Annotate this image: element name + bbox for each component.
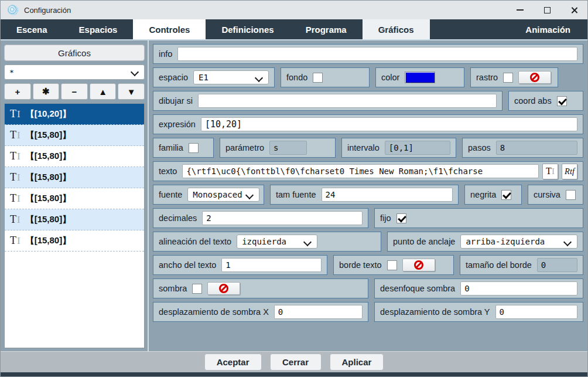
desenfoque-label: desenfoque sombra — [380, 284, 455, 293]
coord-abs-label: coord abs — [514, 96, 552, 106]
graphics-filter-select[interactable]: * — [4, 64, 145, 80]
fuente-select[interactable]: Monospaced — [187, 188, 259, 202]
graphic-item[interactable]: TI 【[15,80]】 — [5, 125, 144, 146]
color-group: color — [375, 67, 464, 87]
decimales-label: decimales — [159, 213, 197, 223]
move-up-button[interactable]: ▲ — [90, 83, 117, 100]
graphics-list: TI 【[10,20]】 TI 【[15,80]】 TI 【[15,80]】 T… — [4, 103, 145, 348]
alineacion-select[interactable]: izquierda — [237, 235, 317, 249]
intervalo-input[interactable] — [385, 141, 450, 155]
borde-no-color-button[interactable] — [402, 259, 435, 271]
info-input[interactable] — [177, 47, 577, 61]
sombra-no-color-button[interactable] — [207, 282, 240, 295]
minimize-button[interactable] — [507, 1, 534, 19]
sombra-checkbox[interactable] — [192, 284, 202, 294]
sombra-x-group: desplazamiento de sombra X — [153, 302, 368, 322]
arrow-down-icon: ▼ — [127, 87, 136, 97]
sombra-y-group: desplazamiento de sombra Y — [374, 302, 583, 322]
rastro-no-color-button[interactable] — [518, 71, 551, 84]
graphic-item[interactable]: TI 【[15,80]】 — [5, 230, 144, 252]
familia-checkbox[interactable] — [189, 143, 199, 153]
tab-escena[interactable]: Escena — [1, 19, 63, 39]
dialog-body: Gráficos * + ✱ − ▲ ▼ TI 【[10,20]】 TI 【[1… — [1, 39, 587, 351]
color-swatch[interactable] — [405, 72, 435, 83]
graphics-panel: Gráficos * + ✱ − ▲ ▼ TI 【[10,20]】 TI 【[1… — [1, 40, 149, 351]
rastro-group: rastro — [470, 67, 558, 87]
graphic-item[interactable]: TI 【[15,80]】 — [5, 188, 144, 209]
pasos-input[interactable] — [496, 141, 577, 155]
cursiva-checkbox[interactable] — [566, 190, 576, 200]
graphic-item[interactable]: TI 【[15,80]】 — [5, 209, 144, 230]
fijo-label: fijo — [380, 213, 391, 223]
decimales-input[interactable] — [202, 211, 363, 225]
rastro-checkbox[interactable] — [503, 73, 513, 83]
accept-button[interactable]: Aceptar — [204, 354, 262, 371]
fuente-label: fuente — [159, 190, 182, 199]
sombra-label: sombra — [159, 284, 187, 293]
graphic-item-label: 【[15,80]】 — [26, 235, 71, 246]
decimales-group: decimales — [153, 208, 368, 228]
borde-texto-checkbox[interactable] — [387, 260, 397, 270]
tab-animacion[interactable]: Animación — [510, 19, 586, 39]
tab-graficos[interactable]: Gráficos — [363, 19, 430, 39]
arrow-up-icon: ▲ — [98, 87, 107, 97]
cursiva-label: cursiva — [534, 190, 560, 199]
dibujar-si-input[interactable] — [198, 94, 497, 108]
text-graphic-icon: TI — [10, 129, 20, 141]
graphic-item[interactable]: TI 【[15,80]】 — [5, 167, 144, 188]
maximize-button[interactable] — [534, 1, 560, 19]
tab-espacios[interactable]: Espacios — [63, 19, 134, 39]
rtf-icon: Rtf — [565, 167, 575, 176]
window-title: Configuración — [24, 6, 71, 15]
close-dialog-button[interactable]: Cerrar — [270, 354, 322, 371]
espacio-value: E1 — [199, 73, 208, 82]
ancho-texto-input[interactable] — [221, 258, 322, 272]
graphic-item[interactable]: TI 【[10,20]】 — [5, 104, 144, 125]
tam-fuente-input[interactable] — [322, 188, 453, 202]
negrita-label: negrita — [470, 190, 496, 199]
sombra-x-input[interactable] — [274, 305, 363, 319]
pasos-group: pasos — [462, 138, 583, 158]
anclaje-group: punto de anclaje arriba-izquierda — [387, 232, 583, 252]
pasos-label: pasos — [468, 143, 491, 152]
tam-fuente-group: tam fuente — [270, 185, 459, 205]
desenfoque-input[interactable] — [460, 281, 577, 296]
minimize-icon — [517, 9, 524, 11]
fondo-label: fondo — [286, 73, 307, 82]
expresion-input[interactable] — [201, 117, 577, 131]
graphic-item[interactable]: TI 【[15,80]】 — [5, 146, 144, 167]
fijo-checkbox[interactable] — [396, 213, 406, 223]
alineacion-group: alineación del texto izquierda — [153, 232, 381, 252]
add-graphic-button[interactable]: + — [4, 83, 31, 100]
ancho-texto-group: ancho del texto — [153, 255, 327, 275]
color-label: color — [381, 73, 399, 82]
duplicate-graphic-button[interactable]: ✱ — [33, 83, 60, 100]
rtf-editor-button[interactable]: Rtf — [562, 164, 577, 179]
parametro-label: parámetro — [225, 143, 264, 152]
parametro-input[interactable] — [269, 141, 307, 155]
minus-icon: − — [72, 87, 77, 97]
tab-programa[interactable]: Programa — [290, 19, 363, 39]
properties-form: info espacio E1 fondo color — [149, 40, 587, 351]
espacio-select[interactable]: E1 — [193, 70, 269, 84]
remove-graphic-button[interactable]: − — [61, 83, 88, 100]
anclaje-select[interactable]: arriba-izquierda — [460, 235, 577, 249]
sombra-y-input[interactable] — [495, 305, 577, 319]
tab-controles[interactable]: Controles — [133, 19, 206, 39]
tam-borde-input[interactable] — [537, 258, 577, 272]
anclaje-value: arriba-izquierda — [466, 237, 545, 246]
apply-button[interactable]: Aplicar — [330, 354, 384, 371]
coord-abs-checkbox[interactable] — [557, 96, 567, 106]
graphic-item-label: 【[15,80]】 — [26, 130, 71, 141]
plain-text-editor-button[interactable]: TI — [542, 164, 558, 179]
titlebar: Configuración — [1, 1, 587, 19]
texto-input[interactable] — [182, 164, 539, 178]
texto-group: texto TI Rtf — [153, 161, 583, 181]
negrita-group: negrita — [464, 185, 522, 205]
fondo-checkbox[interactable] — [313, 73, 323, 83]
tab-definiciones[interactable]: Definiciones — [206, 19, 289, 39]
close-button[interactable] — [560, 1, 587, 19]
negrita-checkbox[interactable] — [501, 190, 511, 200]
move-down-button[interactable]: ▼ — [118, 83, 145, 100]
rastro-label: rastro — [476, 73, 498, 82]
